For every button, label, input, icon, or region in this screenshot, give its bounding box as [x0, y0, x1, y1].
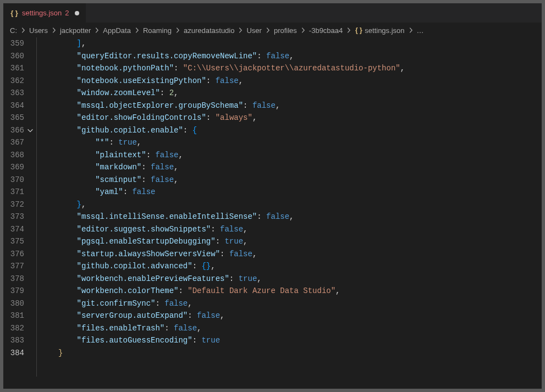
- chevron-right-icon: [299, 26, 307, 34]
- code-line[interactable]: "scminput": false,: [58, 174, 542, 186]
- code-line[interactable]: "startup.alwaysShowServersView": false,: [58, 248, 542, 261]
- line-number: 376: [3, 248, 32, 261]
- code-line[interactable]: "files.enableTrash": false,: [58, 322, 542, 335]
- line-number: 366: [3, 124, 32, 137]
- line-number: 371: [3, 186, 32, 198]
- chevron-right-icon: [236, 26, 244, 34]
- code-line[interactable]: "workbench.enablePreviewFeatures": true,: [58, 273, 542, 285]
- chevron-right-icon: [345, 26, 353, 34]
- code-line[interactable]: "notebook.useExistingPython": false,: [58, 75, 542, 87]
- line-number: 370: [3, 174, 32, 186]
- code-line[interactable]: "files.autoGuessEncoding": true: [58, 334, 542, 347]
- breadcrumb-segment[interactable]: User: [246, 26, 261, 35]
- code-line[interactable]: ],: [58, 37, 542, 50]
- chevron-right-icon: [133, 26, 141, 34]
- line-number: 365: [3, 112, 32, 124]
- line-number: 360: [3, 50, 32, 63]
- line-number: 384: [3, 347, 32, 360]
- line-number: 368: [3, 149, 32, 162]
- breadcrumb-segment[interactable]: -3b9cbaa4: [309, 26, 343, 35]
- tab-bar: { } settings.json 2: [3, 3, 542, 23]
- line-number: 380: [3, 297, 32, 310]
- code-line[interactable]: "mssql.objectExplorer.groupBySchema": fa…: [58, 100, 542, 112]
- line-number: 359: [3, 37, 32, 50]
- code-line[interactable]: "queryEditor.results.copyRemoveNewLine":…: [58, 50, 542, 63]
- code-editor[interactable]: 3593603613623633643653663673683693703713…: [3, 37, 542, 389]
- chevron-right-icon: [19, 26, 27, 34]
- line-number: 363: [3, 87, 32, 100]
- code-line[interactable]: "git.confirmSync": false,: [58, 297, 542, 310]
- breadcrumb-overflow[interactable]: …: [417, 26, 424, 35]
- indent-guides: [36, 37, 58, 389]
- json-file-icon: { }: [355, 26, 362, 34]
- code-line[interactable]: },: [58, 198, 542, 211]
- line-number: 383: [3, 334, 32, 347]
- code-line[interactable]: "editor.showFoldingControls": "always",: [58, 112, 542, 124]
- code-line[interactable]: "window.zoomLevel": 2,: [58, 87, 542, 100]
- breadcrumb-segment[interactable]: C:: [10, 26, 17, 35]
- line-number: 361: [3, 62, 32, 75]
- code-line[interactable]: "*": true,: [58, 136, 542, 149]
- chevron-right-icon: [93, 26, 101, 34]
- line-number: 369: [3, 161, 32, 174]
- code-line[interactable]: "mssql.intelliSense.enableIntelliSense":…: [58, 211, 542, 223]
- line-number: 377: [3, 260, 32, 273]
- breadcrumb-segment[interactable]: Users: [29, 26, 48, 35]
- code-line[interactable]: "github.copilot.enable": {: [58, 124, 542, 137]
- breadcrumb[interactable]: C:UsersjackpotterAppDataRoamingazuredata…: [3, 23, 542, 37]
- tab-problems-badge: 2: [65, 9, 69, 17]
- code-line[interactable]: "github.copilot.advanced": {},: [58, 260, 542, 273]
- line-number-gutter: 3593603613623633643653663673683693703713…: [3, 37, 36, 389]
- tab-filename: settings.json: [22, 9, 62, 17]
- line-number: 374: [3, 223, 32, 236]
- dirty-indicator-icon: [75, 11, 79, 15]
- chevron-right-icon: [50, 26, 58, 34]
- chevron-right-icon: [264, 26, 272, 34]
- line-number: 379: [3, 285, 32, 297]
- code-line[interactable]: "yaml": false: [58, 186, 542, 198]
- line-number: 382: [3, 322, 32, 335]
- chevron-right-icon: [174, 26, 181, 34]
- breadcrumb-segment[interactable]: jackpotter: [60, 26, 91, 35]
- code-line[interactable]: "markdown": false,: [58, 161, 542, 174]
- line-number: 367: [3, 136, 32, 149]
- editor-window: { } settings.json 2 C:UsersjackpotterApp…: [3, 3, 542, 389]
- breadcrumb-segment[interactable]: AppData: [103, 26, 131, 35]
- line-number: 381: [3, 310, 32, 322]
- line-number: 364: [3, 100, 32, 112]
- line-number: 375: [3, 235, 32, 248]
- code-line[interactable]: "pgsql.enableStartupDebugging": true,: [58, 235, 542, 248]
- breadcrumb-segment[interactable]: azuredatastudio: [184, 26, 235, 35]
- code-line[interactable]: "notebook.pythonPath": "C:\\Users\\jackp…: [58, 62, 542, 75]
- code-line[interactable]: "workbench.colorTheme": "Default Dark Az…: [58, 285, 542, 297]
- code-content[interactable]: ], "queryEditor.results.copyRemoveNewLin…: [58, 37, 542, 389]
- line-number: 373: [3, 211, 32, 223]
- breadcrumb-segment[interactable]: Roaming: [143, 26, 172, 35]
- code-line[interactable]: "plaintext": false,: [58, 149, 542, 162]
- line-number: 372: [3, 198, 32, 211]
- code-line[interactable]: "serverGroup.autoExpand": false,: [58, 310, 542, 322]
- code-line[interactable]: }: [58, 347, 542, 360]
- breadcrumb-segment[interactable]: profiles: [274, 26, 297, 35]
- chevron-right-icon: [407, 26, 415, 34]
- code-line[interactable]: "editor.suggest.showSnippets": false,: [58, 223, 542, 236]
- chevron-down-icon[interactable]: [26, 126, 34, 134]
- json-file-icon: { }: [10, 9, 19, 18]
- line-number: 378: [3, 273, 32, 285]
- line-number: 362: [3, 75, 32, 87]
- tab-settings-json[interactable]: { } settings.json 2: [3, 3, 86, 23]
- breadcrumb-filename[interactable]: settings.json: [365, 26, 404, 35]
